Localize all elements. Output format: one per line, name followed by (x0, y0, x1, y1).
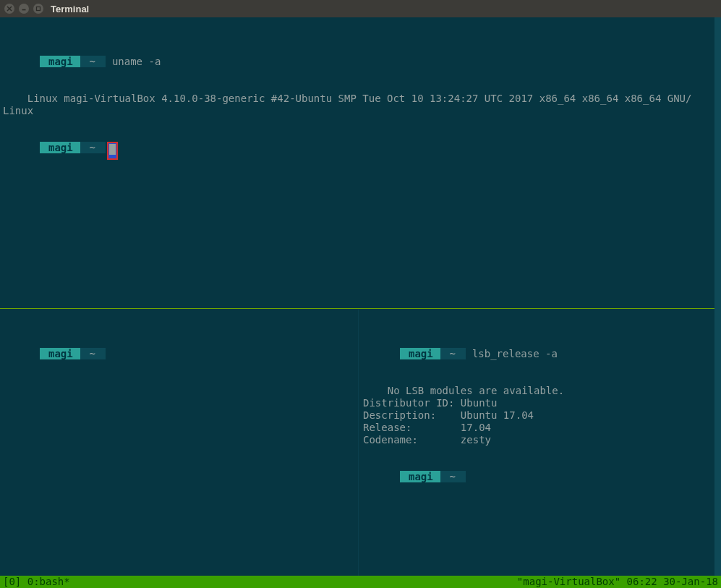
prompt-user: magi (400, 348, 441, 359)
pane-bottom-right[interactable]: magi ~ lsb_release -a No LSB modules are… (360, 310, 714, 576)
minimize-icon[interactable] (19, 4, 29, 14)
tmux-statusbar: [0] 0:bash* "magi-VirtualBox" 06:22 30-J… (0, 576, 721, 588)
pane-bottom-left[interactable]: magi ~ (0, 310, 357, 576)
terminal-area[interactable]: magi ~ uname -a Linux magi-VirtualBox 4.… (0, 17, 721, 588)
prompt-user: magi (400, 471, 441, 482)
cursor-highlight (107, 142, 118, 160)
prompt-path: ~ (440, 348, 466, 359)
pane-divider-vertical[interactable] (358, 310, 359, 576)
command-text: uname -a (112, 56, 161, 67)
prompt-path: ~ (80, 142, 106, 153)
svg-rect-3 (37, 7, 40, 11)
window-buttons (4, 4, 43, 14)
command-text: lsb_release -a (472, 348, 558, 359)
prompt-user: magi (40, 56, 81, 67)
prompt-user: magi (40, 348, 81, 359)
prompt-path: ~ (80, 348, 106, 359)
window-titlebar: Terminal (0, 0, 721, 17)
pane-divider-horizontal[interactable] (0, 308, 714, 309)
window-title: Terminal (51, 3, 89, 15)
scrollbar[interactable] (714, 17, 721, 576)
prompt-path: ~ (440, 471, 466, 482)
maximize-icon[interactable] (33, 4, 43, 14)
command-output: Linux magi-VirtualBox 4.10.0-38-generic … (3, 93, 691, 116)
close-icon[interactable] (4, 4, 14, 14)
statusbar-left: [0] 0:bash* (3, 576, 70, 588)
command-output: No LSB modules are available. Distributo… (363, 385, 564, 446)
statusbar-right: "magi-VirtualBox" 06:22 30-Jan-18 (517, 576, 718, 588)
cursor-icon (109, 144, 116, 155)
prompt-user: magi (40, 142, 81, 153)
pane-top[interactable]: magi ~ uname -a Linux magi-VirtualBox 4.… (0, 17, 714, 308)
prompt-path: ~ (80, 56, 106, 67)
